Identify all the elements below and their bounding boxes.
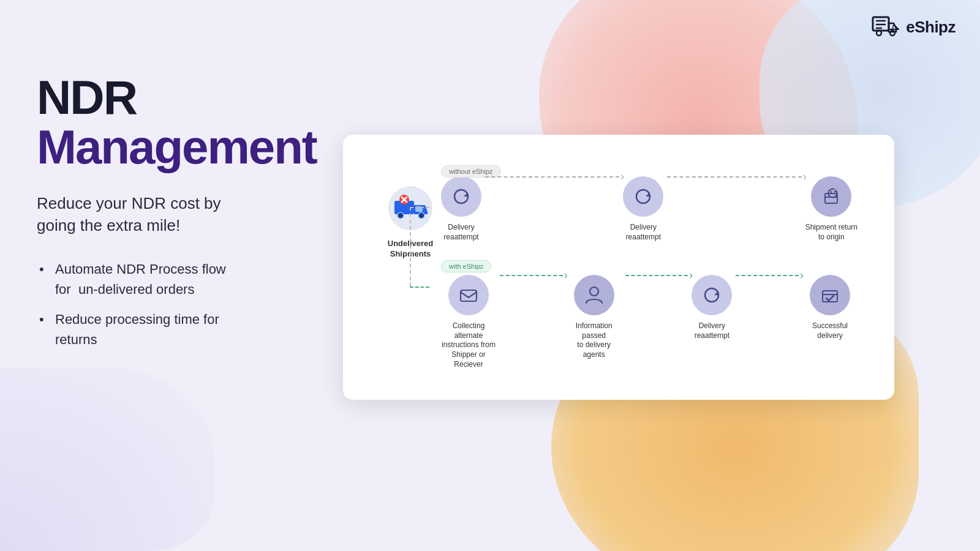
branch-bottom [410,287,429,288]
node-circle-2 [623,176,663,217]
bottom-nodes: Collecting alternateinstructions fromShi… [441,275,858,369]
svg-rect-16 [461,290,477,301]
email-icon [458,285,479,305]
branch-top [410,207,429,208]
arrow-b1 [500,275,563,276]
arrow-1 [485,176,619,178]
logo-text: eShipz [906,18,956,37]
top-row: without eShipz Deliveryreaattempt [441,165,858,242]
node-label-b2: Information passedto delivery agents [567,321,622,359]
svg-point-17 [590,287,598,296]
node-label-1: Deliveryreaattempt [443,223,478,242]
arrow-b3: › [736,275,799,276]
logo: eShipz [870,12,956,42]
top-nodes: Deliveryreaattempt Deliv [441,176,858,242]
bottom-row: with eShipz Collecting alternateinstruct… [441,260,858,369]
node-circle-b1 [448,275,489,315]
svg-point-1 [876,31,881,36]
bg-blob-lavender [0,367,214,551]
node-circle-b2 [574,275,614,315]
flow-node-b4: Successful delivery [802,275,858,340]
node-label-b1: Collecting alternateinstructions fromShi… [441,321,496,369]
bullet-1: Automate NDR Process flowfor un-delivere… [37,259,331,299]
arrow-2 [667,176,801,178]
node-label-2: Deliveryreaattempt [626,223,661,242]
node-circle-b3 [692,275,732,315]
agent-icon [584,285,605,305]
flow-node-b2: Information passedto delivery agents [567,275,622,359]
box-check-icon [820,285,840,305]
box-return-icon [821,186,842,207]
svg-point-7 [398,212,404,219]
node-circle-3 [811,176,851,217]
svg-rect-14 [825,193,837,203]
node-label-b4: Successful delivery [802,321,858,340]
diagram-card: UndeliveredShipments without eShipz [343,135,894,400]
arrow-b2 [625,275,688,276]
svg-point-8 [418,212,424,219]
flow-node-b3: Deliveryreaattempt [692,275,732,340]
left-content: NDR Management Reduce your NDR cost bygo… [37,73,331,359]
refresh-icon-1 [451,186,472,207]
flow-node-2: Deliveryreaattempt [623,176,663,242]
heading-ndr: NDR [37,73,331,121]
svg-point-2 [890,31,895,36]
bullet-2: Reduce processing time forreturns [37,309,331,350]
heading-management: Management [37,121,331,174]
flow-node-3: Shipment returnto origin [805,176,858,242]
node-label-b3: Deliveryreaattempt [695,321,729,340]
source-node: UndeliveredShipments [380,165,441,260]
refresh-icon-2 [633,186,654,207]
node-circle-1 [441,176,481,217]
with-badge: with eShipz [441,260,491,272]
without-badge: without eShipz [441,165,501,178]
flow-node-b1: Collecting alternateinstructions fromShi… [441,275,496,369]
node-circle-b4 [810,275,850,315]
flow-diagram: UndeliveredShipments without eShipz [380,165,858,369]
svg-marker-12 [464,192,468,197]
bullet-list: Automate NDR Process flowfor un-delivere… [37,259,331,350]
logo-icon [870,12,900,42]
node-label-3: Shipment returnto origin [805,223,858,242]
rows-container: without eShipz Deliveryreaattempt [441,165,858,369]
subtitle: Reduce your NDR cost bygoing the extra m… [37,192,331,237]
vertical-branch [410,207,411,287]
flow-node-1: Deliveryreaattempt [441,176,481,242]
refresh-icon-b3 [701,285,722,305]
